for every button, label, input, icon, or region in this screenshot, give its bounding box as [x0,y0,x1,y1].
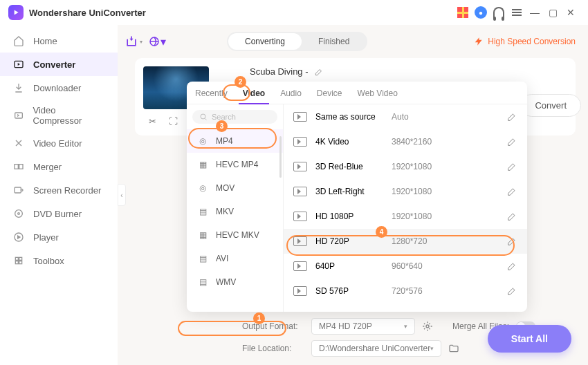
output-format-dropdown[interactable]: MP4 HD 720P▾ [311,318,415,335]
gear-icon[interactable] [422,321,433,332]
preset-name: 640P [315,261,392,271]
recorder-icon [12,184,25,196]
format-label: AVI [216,254,228,263]
preset-item[interactable]: 3D Left-Right1920*1080 [284,179,527,204]
sidebar-item-home[interactable]: Home [0,29,118,53]
preset-item[interactable]: 640P960*640 [284,254,527,279]
video-icon [293,212,307,221]
svg-point-7 [18,213,20,215]
edit-preset-icon[interactable] [506,111,517,122]
folder-icon[interactable] [448,343,459,354]
headset-icon[interactable] [490,3,508,21]
sidebar-item-toolbox[interactable]: Toolbox [0,249,118,272]
close-button[interactable]: ✕ [562,3,580,21]
popup-tab-video[interactable]: Video [243,88,265,104]
format-item-mkv[interactable]: ▤MKV [187,200,283,223]
minimize-button[interactable]: — [526,3,544,21]
titlebar: Wondershare UniConverter ● — ▢ ✕ [0,0,588,25]
edit-preset-icon[interactable] [506,286,517,297]
output-format-label: Output Format: [242,321,304,331]
svg-rect-4 [15,187,21,193]
edit-preset-icon[interactable] [506,161,517,172]
status-segment: Converting Finished [227,32,367,51]
annotation-badge-1: 1 [253,312,265,324]
svg-rect-12 [19,261,22,264]
preset-resolution: 3840*2160 [392,137,506,147]
tab-converting[interactable]: Converting [228,33,302,50]
sidebar-item-editor[interactable]: Video Editor [0,131,118,155]
file-location-dropdown[interactable]: D:\Wondershare UniConverter▾ [311,340,441,357]
preset-name: Same as source [315,112,392,122]
player-icon [12,231,25,243]
sidebar-item-recorder[interactable]: Screen Recorder [0,178,118,202]
format-item-hevc-mkv[interactable]: ▦HEVC MKV [187,223,283,247]
tab-finished[interactable]: Finished [302,33,366,50]
sidebar-item-downloader[interactable]: Downloader [0,76,118,100]
file-location-value: D:\Wondershare UniConverter [319,344,430,353]
svg-rect-10 [19,257,22,260]
sidebar-collapse-button[interactable]: ‹ [118,184,126,206]
svg-rect-9 [15,257,18,260]
add-url-button[interactable]: ▾ [148,32,166,50]
maximize-button[interactable]: ▢ [544,3,562,21]
format-item-hevc-mp4[interactable]: ▦HEVC MP4 [187,153,283,176]
film-icon: ▤ [196,277,209,288]
format-item-wmv[interactable]: ▤WMV [187,270,283,294]
high-speed-button[interactable]: High Speed Conversion [474,37,576,46]
sidebar-item-label: Merger [33,162,62,172]
popup-tab-device[interactable]: Device [317,88,342,104]
popup-tab-audio[interactable]: Audio [280,88,302,104]
preset-item[interactable]: SD 576P720*576 [284,279,527,303]
edit-preset-icon[interactable] [506,261,517,272]
add-file-button[interactable]: ▾ [125,32,143,50]
edit-name-icon[interactable] [314,67,324,77]
trim-icon[interactable]: ✂ [146,115,158,127]
annotation-badge-3: 3 [216,120,228,132]
sidebar-item-label: Toolbox [33,256,64,266]
sidebar-item-dvd[interactable]: DVD Burner [0,202,118,225]
preset-name: HD 1080P [315,212,392,221]
preset-name: HD 720P [315,236,392,246]
convert-button[interactable]: Convert [520,94,581,117]
sidebar-item-merger[interactable]: Merger [0,155,118,178]
video-icon [293,162,307,171]
scrollbar[interactable] [279,136,282,178]
sidebar-item-label: Screen Recorder [33,185,101,196]
format-item-mov[interactable]: ◎MOV [187,176,283,200]
preset-item[interactable]: HD 720P1280*720 [284,229,527,254]
svg-point-15 [201,114,205,119]
sidebar-item-compressor[interactable]: Video Compressor [0,100,118,131]
menu-icon[interactable] [508,3,526,21]
format-item-mp4[interactable]: ◎MP4 [187,129,283,153]
format-item-avi[interactable]: ▤AVI [187,247,283,270]
format-search-input[interactable]: Search [192,110,277,124]
home-icon [12,35,25,47]
download-icon [12,82,25,94]
high-speed-label: High Speed Conversion [488,37,576,46]
sidebar-item-player[interactable]: Player [0,225,118,249]
popup-tab-web-video[interactable]: Web Video [358,88,398,104]
start-all-button[interactable]: Start All [488,325,571,353]
editor-icon [12,137,25,149]
format-label: MOV [216,183,235,193]
format-label: HEVC MP4 [216,160,258,169]
film-icon: ▤ [196,253,209,264]
avatar-icon[interactable]: ● [472,3,490,21]
preset-resolution: 1920*1080 [392,212,506,221]
edit-preset-icon[interactable] [506,186,517,197]
crop-icon[interactable]: ⛶ [167,115,179,127]
video-icon [293,286,307,296]
popup-tab-recently[interactable]: Recently [195,88,228,104]
edit-preset-icon[interactable] [506,211,517,222]
gift-icon[interactable] [454,3,472,21]
preset-item[interactable]: 4K Video3840*2160 [284,129,527,154]
preset-name: 3D Left-Right [315,187,392,196]
edit-preset-icon[interactable] [506,136,517,147]
preset-item[interactable]: 3D Red-Blue1920*1080 [284,154,527,179]
preset-item[interactable]: HD 1080P1920*1080 [284,204,527,229]
edit-preset-icon[interactable] [506,236,517,247]
sidebar-item-converter[interactable]: Converter [0,53,118,76]
search-placeholder: Search [212,113,236,121]
annotation-badge-4: 4 [376,226,387,238]
preset-item[interactable]: Same as sourceAuto [284,104,527,129]
